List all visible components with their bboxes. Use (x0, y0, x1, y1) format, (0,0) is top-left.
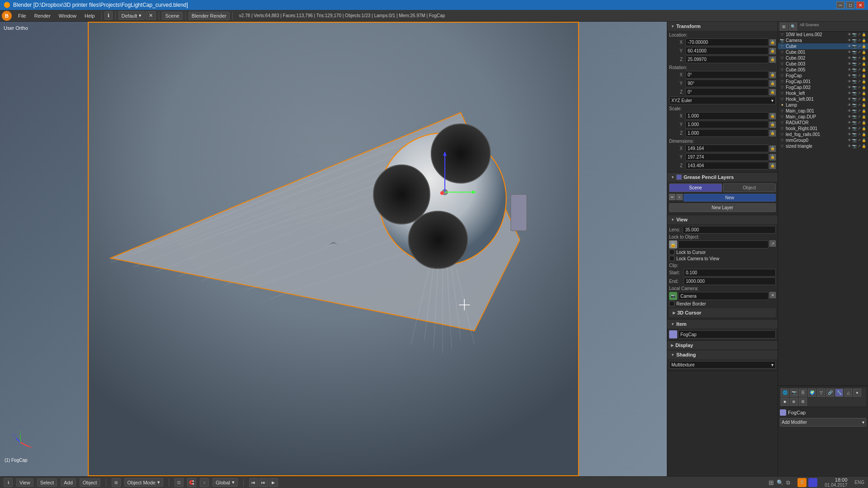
outliner-item-9[interactable]: ▽ FogCap.002 👁 📷 ↗ 🔒 (778, 84, 868, 90)
prop-material-icon[interactable]: ● (853, 389, 861, 397)
object-menu[interactable]: Object (80, 479, 100, 487)
maximize-button[interactable]: □ (846, 1, 854, 9)
sel-icon-17[interactable]: ↗ (858, 132, 861, 136)
taskview-icon[interactable]: ⧉ (786, 479, 790, 486)
eye-icon-7[interactable]: 👁 (848, 74, 851, 78)
lock-icon-11[interactable]: 🔒 (862, 97, 866, 101)
rot-y-field[interactable]: 90° (685, 80, 769, 87)
layout-dropdown[interactable]: Default ▾ (118, 11, 145, 20)
clip-end-field[interactable]: 1000.000 (684, 277, 776, 285)
sel-icon-11[interactable]: ↗ (858, 97, 861, 101)
outliner-item-0[interactable]: ▽ 10W led Lens.002 👁 📷 ↗ 🔒 (778, 32, 868, 38)
lock-icon-8[interactable]: 🔒 (862, 80, 866, 84)
eye-icon-15[interactable]: 👁 (848, 121, 851, 125)
lock-icon-12[interactable]: 🔒 (862, 103, 866, 107)
render-icon-13[interactable]: 📷 (852, 109, 857, 113)
outliner-item-11[interactable]: ▽ Hook_left.001 👁 📷 ↗ 🔒 (778, 96, 868, 102)
camera-value-field[interactable]: Camera (678, 292, 769, 300)
shading-mode-dropdown[interactable]: Multitexture ▾ (669, 361, 776, 369)
render-icon-4[interactable]: 📷 (852, 56, 857, 60)
rot-y-lock[interactable]: 🔒 (769, 80, 776, 87)
menu-render[interactable]: Render (31, 12, 54, 19)
display-header[interactable]: ▶ Display (667, 341, 778, 350)
close-button[interactable]: ✕ (856, 1, 864, 9)
outliner-item-7[interactable]: ▽ FogCap 👁 📷 ↗ 🔒 (778, 73, 868, 79)
render-icon-12[interactable]: 📷 (852, 103, 857, 107)
lock-icon-14[interactable]: 🔒 (862, 115, 866, 119)
sel-icon-1[interactable]: ↗ (858, 38, 861, 42)
sel-icon-12[interactable]: ↗ (858, 103, 861, 107)
view-header[interactable]: ▼ View (667, 215, 778, 224)
render-icon-2[interactable]: 📷 (852, 44, 857, 48)
prop-render-icon[interactable]: 📷 (790, 389, 798, 397)
prop-layers-icon[interactable]: ☰ (799, 389, 807, 397)
loc-y-lock[interactable]: 🔒 (769, 48, 776, 54)
render-icon-3[interactable]: 📷 (852, 50, 857, 54)
blender-taskbar-icon[interactable]: B (797, 478, 807, 487)
dim-x-lock[interactable]: 🔒 (769, 145, 776, 152)
render-icon-5[interactable]: 📷 (852, 62, 857, 66)
tab-scene[interactable]: Scene (669, 183, 722, 192)
windows-icon[interactable]: ⊞ (769, 479, 774, 486)
rot-z-field[interactable]: 0° (685, 88, 769, 96)
prop-object-icon[interactable]: ▽ (817, 389, 825, 397)
eye-icon-2[interactable]: 👁 (848, 44, 851, 48)
prop-particles-icon[interactable]: ⊕ (790, 398, 798, 406)
loc-x-field[interactable]: -70.00000 (685, 38, 769, 46)
tab-object[interactable]: Object (723, 183, 776, 192)
snap-icon[interactable]: 🧲 (187, 478, 196, 487)
camera-close-icon[interactable]: ✕ (769, 292, 776, 298)
eye-icon-8[interactable]: 👁 (848, 80, 851, 84)
lock-cursor-checkbox[interactable] (669, 249, 675, 255)
info-icons[interactable]: ℹ (104, 11, 113, 20)
lock-icon-7[interactable]: 🔒 (862, 74, 866, 78)
render-icon-9[interactable]: 📷 (852, 85, 857, 89)
eye-icon-14[interactable]: 👁 (848, 115, 851, 119)
rot-x-lock[interactable]: 🔒 (769, 72, 776, 78)
outliner-item-1[interactable]: 📷 Camera 👁 📷 ↗ 🔒 (778, 38, 868, 43)
eye-icon-0[interactable]: 👁 (848, 33, 851, 37)
sel-icon-0[interactable]: ↗ (858, 33, 861, 37)
grease-pencil-checkbox[interactable] (676, 174, 682, 180)
sel-icon-19[interactable]: ↗ (858, 144, 861, 148)
render-icon-16[interactable]: 📷 (852, 127, 857, 131)
prop-modifiers-icon[interactable]: 🔧 (835, 389, 843, 397)
outliner-item-4[interactable]: ▽ Cube.002 👁 📷 ↗ 🔒 (778, 55, 868, 61)
prop-texture-icon[interactable]: ■ (781, 398, 789, 406)
sel-icon-6[interactable]: ↗ (858, 68, 861, 72)
outliner-item-12[interactable]: ✦ Lamp 👁 📷 ↗ 🔒 (778, 102, 868, 108)
lock-icon-18[interactable]: 🔒 (862, 138, 866, 142)
outliner-item-2[interactable]: ▽ Cube 👁 📷 ↗ 🔒 (778, 43, 868, 49)
global-dropdown[interactable]: Global ▾ (212, 478, 238, 487)
outliner-item-10[interactable]: ▽ Hook_left 👁 📷 ↗ 🔒 (778, 90, 868, 96)
eye-icon-1[interactable]: 👁 (848, 38, 851, 42)
pivot-icon[interactable]: ⊡ (175, 478, 184, 487)
sel-icon-15[interactable]: ↗ (858, 121, 861, 125)
loc-z-lock[interactable]: 🔒 (769, 56, 776, 63)
sel-icon-8[interactable]: ↗ (858, 80, 861, 84)
prop-constraints-icon[interactable]: 🔗 (826, 389, 834, 397)
status-icon-0[interactable]: ℹ (4, 478, 13, 487)
sel-icon-2[interactable]: ↗ (858, 44, 861, 48)
outliner-item-15[interactable]: ▽ RADIATOR 👁 📷 ↗ 🔒 (778, 120, 868, 126)
app-icon-2[interactable] (808, 478, 817, 487)
loc-x-lock[interactable]: 🔒 (769, 39, 776, 46)
sel-icon-3[interactable]: ↗ (858, 50, 861, 54)
lock-camera-checkbox[interactable] (669, 256, 675, 261)
scale-y-lock[interactable]: 🔒 (769, 122, 776, 128)
render-border-checkbox[interactable] (669, 301, 675, 306)
sel-icon-5[interactable]: ↗ (858, 62, 861, 66)
prop-data-icon[interactable]: △ (844, 389, 852, 397)
cursor-3d-header[interactable]: ▶ 3D Cursor (669, 308, 776, 317)
render-icon-15[interactable]: 📷 (852, 121, 857, 125)
menu-help[interactable]: Help (81, 12, 99, 19)
lock-icon-5[interactable]: 🔒 (862, 62, 866, 66)
sel-icon-14[interactable]: ↗ (858, 115, 861, 119)
outliner-item-16[interactable]: ▽ hook_Right.001 👁 📷 ↗ 🔒 (778, 126, 868, 131)
render-icon-6[interactable]: 📷 (852, 68, 857, 72)
gp-new-button[interactable]: New (684, 194, 776, 202)
outliner-item-17[interactable]: ▽ led_fog_rails.001 👁 📷 ↗ 🔒 (778, 131, 868, 137)
add-modifier-button[interactable]: Add Modifier ▾ (780, 418, 866, 427)
lock-object-lock[interactable]: ↗ (769, 240, 776, 247)
select-menu[interactable]: Select (37, 479, 57, 487)
